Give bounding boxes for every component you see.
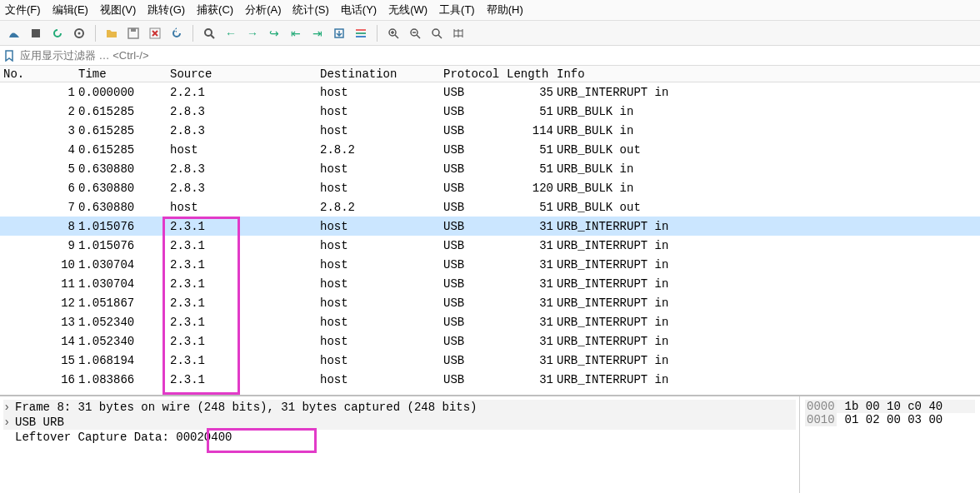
packet-row[interactable]: 30.6152852.8.3hostUSB114URB_BULK in — [0, 121, 980, 140]
menu-telephony[interactable]: 电话(Y) — [341, 2, 377, 17]
packet-row[interactable]: 141.0523402.3.1hostUSB31URB_INTERRUPT in — [0, 331, 980, 351]
packet-rows[interactable]: 10.0000002.2.1hostUSB35URB_INTERRUPT in2… — [0, 82, 980, 395]
col-info[interactable]: Info — [553, 67, 980, 82]
packet-row[interactable]: 131.0523402.3.1hostUSB31URB_INTERRUPT in — [0, 312, 980, 331]
packet-row[interactable]: 50.6308802.8.3hostUSB51URB_BULK in — [0, 159, 980, 178]
save-file-icon[interactable] — [124, 24, 142, 42]
restart-capture-icon[interactable] — [48, 24, 67, 42]
menu-capture[interactable]: 捕获(C) — [197, 2, 233, 17]
packet-row[interactable]: 81.0150762.3.1hostUSB31URB_INTERRUPT in — [0, 217, 980, 236]
stop-capture-icon[interactable] — [27, 24, 45, 42]
col-destination[interactable]: Destination — [317, 67, 440, 82]
cell-destination: 2.8.2 — [317, 200, 440, 215]
close-file-icon[interactable] — [146, 24, 164, 42]
cell-length: 51 — [503, 104, 553, 119]
packet-row[interactable]: 10.0000002.2.1hostUSB35URB_INTERRUPT in — [0, 82, 980, 102]
cell-source: 2.3.1 — [167, 276, 317, 291]
cell-time: 0.630880 — [75, 162, 167, 177]
reload-icon[interactable] — [168, 24, 186, 42]
packet-row[interactable]: 91.0150762.3.1hostUSB31URB_INTERRUPT in — [0, 236, 980, 255]
svg-rect-4 — [131, 28, 136, 32]
zoom-out-icon[interactable] — [406, 24, 424, 42]
find-packet-icon[interactable] — [200, 24, 218, 42]
leftover-value: 00020400 — [176, 431, 232, 444]
cell-time: 0.000000 — [75, 85, 167, 100]
cell-destination: host — [317, 296, 440, 311]
tree-usb-urb[interactable]: ›USB URB — [3, 415, 796, 430]
cell-destination: host — [317, 276, 440, 291]
svg-point-6 — [205, 29, 212, 36]
resize-columns-icon[interactable] — [449, 24, 468, 42]
menu-edit[interactable]: 编辑(E) — [52, 2, 88, 17]
menu-view[interactable]: 视图(V) — [100, 2, 136, 17]
cell-destination: host — [317, 238, 440, 253]
packet-row[interactable]: 151.0681942.3.1hostUSB31URB_INTERRUPT in — [0, 351, 980, 370]
go-first-icon[interactable]: ⇤ — [287, 24, 305, 42]
col-protocol[interactable]: Protocol — [440, 67, 503, 82]
cell-source: 2.3.1 — [167, 372, 317, 387]
cell-length: 31 — [503, 296, 553, 311]
packet-row[interactable]: 40.615285host2.8.2USB51URB_BULK out — [0, 140, 980, 159]
packet-row[interactable]: 161.0838662.3.1hostUSB31URB_INTERRUPT in — [0, 370, 980, 389]
packet-list-header[interactable]: No. Time Source Destination Protocol Len… — [0, 66, 980, 82]
cell-source: host — [167, 200, 317, 215]
packet-row[interactable]: 70.630880host2.8.2USB51URB_BULK out — [0, 197, 980, 217]
bottom-panes: ›Frame 8: 31 bytes on wire (248 bits), 3… — [0, 395, 980, 493]
bookmark-icon[interactable] — [3, 50, 15, 62]
cell-destination: host — [317, 334, 440, 349]
cell-info: URB_INTERRUPT in — [553, 85, 980, 100]
tree-leftover-data[interactable]: Leftover Capture Data: 00020400 — [3, 430, 796, 445]
col-time[interactable]: Time — [75, 67, 167, 82]
cell-time: 1.083866 — [75, 372, 167, 387]
capture-options-icon[interactable] — [70, 24, 88, 42]
menu-analyze[interactable]: 分析(A) — [245, 2, 281, 17]
svg-rect-0 — [32, 29, 40, 37]
open-file-icon[interactable] — [102, 24, 121, 42]
auto-scroll-icon[interactable] — [330, 24, 348, 42]
cell-source: 2.8.3 — [167, 181, 317, 196]
cell-info: URB_BULK out — [553, 142, 980, 157]
packet-row[interactable]: 101.0307042.3.1hostUSB31URB_INTERRUPT in — [0, 255, 980, 274]
menu-go[interactable]: 跳转(G) — [148, 2, 185, 17]
display-filter-input[interactable] — [18, 47, 977, 63]
svg-point-13 — [432, 29, 439, 36]
col-source[interactable]: Source — [167, 67, 317, 82]
expand-icon[interactable]: › — [3, 416, 15, 429]
go-to-packet-icon[interactable]: ↪ — [265, 24, 283, 42]
cell-info: URB_BULK in — [553, 123, 980, 138]
zoom-reset-icon[interactable] — [428, 24, 446, 42]
colorize-icon[interactable] — [352, 24, 370, 42]
cell-protocol: USB — [440, 219, 503, 234]
cell-destination: host — [317, 123, 440, 138]
cell-source: 2.3.1 — [167, 296, 317, 311]
packet-row[interactable]: 121.0518672.3.1hostUSB31URB_INTERRUPT in — [0, 293, 980, 312]
cell-destination: 2.8.2 — [317, 142, 440, 157]
cell-protocol: USB — [440, 372, 503, 387]
packet-row[interactable]: 60.6308802.8.3hostUSB120URB_BULK in — [0, 178, 980, 197]
menu-statistics[interactable]: 统计(S) — [292, 2, 328, 17]
packet-details-pane[interactable]: ›Frame 8: 31 bytes on wire (248 bits), 3… — [0, 396, 800, 493]
packet-bytes-pane[interactable]: 00001b 00 10 c0 40 001001 02 00 03 00 — [800, 396, 980, 493]
menu-tools[interactable]: 工具(T) — [439, 2, 475, 17]
go-forward-icon[interactable]: → — [243, 24, 262, 42]
packet-row[interactable]: 111.0307042.3.1hostUSB31URB_INTERRUPT in — [0, 274, 980, 293]
cell-length: 114 — [503, 123, 553, 138]
tree-frame[interactable]: ›Frame 8: 31 bytes on wire (248 bits), 3… — [3, 400, 796, 415]
menu-file[interactable]: 文件(F) — [5, 2, 41, 17]
cell-time: 0.615285 — [75, 123, 167, 138]
go-back-icon[interactable]: ← — [222, 24, 240, 42]
cell-length: 120 — [503, 181, 553, 196]
menu-wireless[interactable]: 无线(W) — [388, 2, 428, 17]
go-last-icon[interactable]: ⇥ — [308, 24, 327, 42]
menu-help[interactable]: 帮助(H) — [487, 2, 523, 17]
expand-icon[interactable]: › — [3, 401, 15, 414]
shark-fin-icon[interactable] — [5, 24, 23, 42]
cell-time: 0.615285 — [75, 142, 167, 157]
packet-row[interactable]: 20.6152852.8.3hostUSB51URB_BULK in — [0, 102, 980, 121]
col-length[interactable]: Length — [503, 67, 553, 82]
svg-rect-10 — [356, 36, 366, 37]
cell-time: 0.630880 — [75, 200, 167, 215]
col-no[interactable]: No. — [0, 67, 75, 82]
cell-protocol: USB — [440, 181, 503, 196]
zoom-in-icon[interactable] — [384, 24, 402, 42]
